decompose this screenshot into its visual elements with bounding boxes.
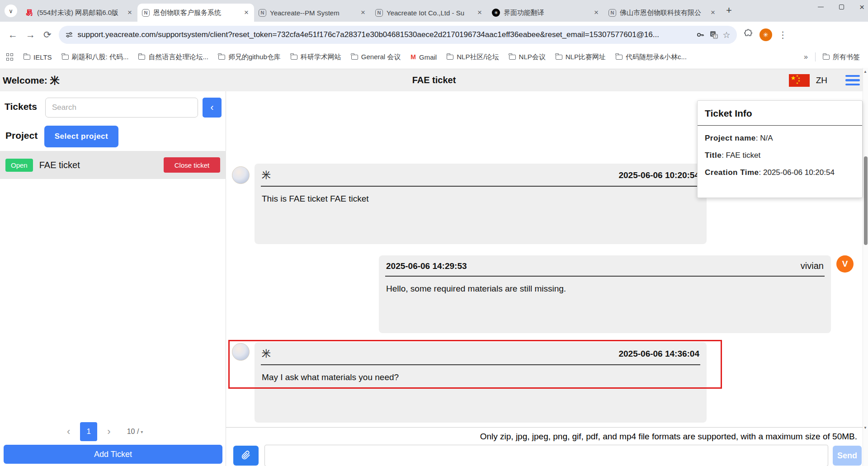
bookmark-label: 师兄的github仓库 (228, 53, 281, 61)
back-icon[interactable]: ← (8, 29, 18, 40)
ticket-list-title: FAE ticket (39, 160, 80, 170)
close-window-icon[interactable]: × (859, 3, 864, 11)
page-size-value: 10 / (127, 428, 139, 436)
chevron-left-icon: ‹ (210, 102, 213, 113)
close-icon[interactable]: × (593, 8, 599, 17)
menu-hamburger-icon[interactable] (845, 75, 860, 86)
tab-search-button[interactable]: ∨ (5, 5, 17, 17)
page-scrollbar[interactable]: ▲ ▼ (863, 68, 868, 466)
yeacreate-logo-icon: N (142, 9, 150, 17)
tab-title: 界面功能翻译 (504, 9, 590, 17)
attach-file-button[interactable] (233, 446, 259, 466)
message-input[interactable] (264, 445, 828, 466)
field-label: Creation Time (705, 168, 759, 177)
sidebar: Tickets ‹ Project Select project Open FA… (0, 91, 226, 466)
close-icon[interactable]: × (243, 8, 250, 17)
field-value: : N/A (756, 134, 773, 142)
url-text: support.yeacreate.com/supportsystem/clie… (78, 30, 691, 39)
window-controls: × (818, 3, 864, 11)
close-ticket-button[interactable]: Close ticket (164, 157, 220, 173)
tab-pm-system[interactable]: N Yeacreate--PM System × (254, 4, 371, 22)
close-icon[interactable]: × (710, 8, 716, 17)
translate-icon[interactable]: G文 (709, 30, 718, 39)
bookmark-folder-shuati[interactable]: 刷题和八股: 代码... (62, 53, 129, 61)
bookmark-label: 刷题和八股: 代码... (72, 53, 129, 61)
page-number-button[interactable]: 1 (80, 422, 97, 441)
close-icon[interactable]: × (127, 8, 133, 17)
bookmark-label: Gmail (419, 53, 437, 61)
bookmark-folder-nlp-contest[interactable]: NLP比赛网址 (556, 53, 606, 61)
password-key-icon[interactable] (696, 30, 705, 39)
new-tab-button[interactable]: + (726, 5, 732, 16)
bookmark-folder-ielts[interactable]: IELTS (24, 53, 52, 61)
page-prev-icon[interactable]: ‹ (67, 426, 70, 438)
folder-icon (447, 55, 453, 60)
bookmark-label: NLP社区/论坛 (457, 53, 499, 61)
folder-icon (62, 55, 69, 60)
bookmark-label: 所有书签 (833, 53, 860, 61)
collapse-sidebar-button[interactable]: ‹ (203, 98, 222, 118)
field-value: : FAE ticket (722, 151, 760, 160)
bookmark-gmail[interactable]: MGmail (410, 53, 437, 61)
close-icon[interactable]: × (476, 8, 483, 17)
ticket-search-input[interactable] (45, 98, 198, 118)
address-bar[interactable]: support.yeacreate.com/supportsystem/clie… (59, 26, 737, 44)
tab-yeacreate-iot[interactable]: N Yeacreate Iot Co.,Ltd - Su × (371, 4, 487, 22)
field-label: Project name (705, 134, 756, 142)
ticket-list-item-selected[interactable]: Open FAE ticket Close ticket (0, 151, 226, 179)
support-system-page: Welcome: 米 FAE ticket ★★★★★ ZH Tickets ‹… (0, 66, 868, 466)
minimize-icon[interactable] (818, 7, 824, 8)
tab-title: (554封未读) 网易邮箱6.0版 (37, 9, 123, 17)
tab-title: 恩创物联客户服务系统 (153, 9, 240, 17)
send-button[interactable]: Send (833, 446, 862, 466)
bookmark-label: 科研学术网站 (301, 53, 341, 61)
tab-title: Yeacreate Iot Co.,Ltd - Su (387, 9, 473, 17)
china-flag-icon: ★★★★★ (789, 74, 810, 87)
message-author: vivian (801, 261, 824, 271)
field-label: Title (705, 151, 722, 160)
scroll-up-icon[interactable]: ▲ (863, 70, 867, 74)
profile-asterisk-icon: ✳ (763, 31, 769, 38)
page-next-icon[interactable]: › (107, 426, 110, 438)
caret-down-icon: ▾ (141, 429, 143, 434)
bookmark-folder-nlp-conf[interactable]: NLP会议 (509, 53, 546, 61)
bookmark-label: NLP会议 (519, 53, 546, 61)
reload-icon[interactable]: ⟳ (43, 29, 52, 40)
bookmark-star-icon[interactable]: ☆ (723, 30, 731, 40)
avatar-vivian: V (836, 255, 854, 273)
tab-translate-chat[interactable]: ✳ 界面功能翻译 × (487, 4, 604, 22)
paperclip-icon (241, 450, 251, 461)
yeacreate-logo-icon: N (375, 9, 383, 17)
site-settings-icon[interactable] (65, 31, 73, 39)
extensions-icon[interactable] (743, 29, 753, 41)
tab-support-system-active[interactable]: N 恩创物联客户服务系统 × (137, 4, 254, 22)
bookmark-label: General 会议 (361, 53, 401, 61)
message-timestamp: 2025-06-06 14:29:53 (386, 261, 467, 271)
close-icon[interactable]: × (360, 8, 366, 17)
tab-foshan-company[interactable]: N 佛山市恩创物联科技有限公 × (604, 4, 721, 22)
message-bubble-2: 2025-06-06 14:29:53 vivian Hello, some r… (379, 255, 831, 333)
forward-icon[interactable]: → (26, 29, 35, 40)
bookmark-folder-daimasuixianglu[interactable]: 代码随想录&小林c... (616, 53, 687, 61)
scrollbar-thumb[interactable] (864, 156, 868, 245)
profile-avatar[interactable]: ✳ (760, 28, 772, 41)
bookmark-folder-general[interactable]: General 会议 (351, 53, 401, 61)
add-ticket-button[interactable]: Add Ticket (4, 445, 222, 464)
apps-grid-icon[interactable] (6, 53, 14, 61)
bookmark-folder-nlp-forum[interactable]: 自然语言处理论坛... (138, 53, 208, 61)
select-project-button[interactable]: Select project (44, 126, 118, 147)
language-label: ZH (816, 75, 827, 85)
page-title: FAE ticket (0, 75, 868, 85)
all-bookmarks[interactable]: 所有书签 (823, 53, 860, 61)
page-size-select[interactable]: 10 /▾ (127, 428, 143, 436)
browser-menu-icon[interactable]: ⋮ (778, 29, 788, 40)
bookmark-folder-nlp-community[interactable]: NLP社区/论坛 (447, 53, 499, 61)
bookmark-folder-research[interactable]: 科研学术网站 (291, 53, 341, 61)
bookmarks-overflow-icon[interactable]: » (804, 53, 808, 61)
message-author: 米 (262, 169, 271, 181)
tab-netease-mail[interactable]: 易 (554封未读) 网易邮箱6.0版 × (21, 4, 137, 22)
yeacreate-logo-icon: N (259, 9, 266, 17)
maximize-icon[interactable] (839, 5, 844, 9)
bookmark-folder-github[interactable]: 师兄的github仓库 (218, 53, 281, 61)
scroll-down-icon[interactable]: ▼ (863, 426, 867, 430)
